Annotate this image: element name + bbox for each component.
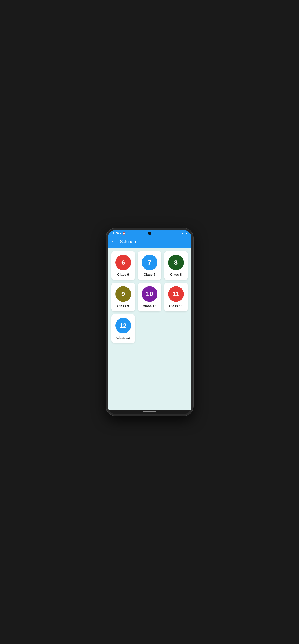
home-bar (143, 412, 156, 412)
class-card-class-11[interactable]: 11Class 11 (164, 283, 188, 312)
app-bar: ← Solution (108, 236, 192, 248)
home-indicator (108, 410, 192, 414)
class-circle-class-8: 8 (168, 255, 184, 270)
sim-icon: ▪ (120, 232, 121, 235)
status-right: ▼ ▲ (181, 232, 188, 235)
class-card-class-7[interactable]: 7Class 7 (138, 251, 162, 280)
class-grid: 6Class 67Class 78Class 89Class 910Class … (111, 251, 188, 343)
wifi-icon: ▼ (181, 232, 184, 235)
class-label-class-7: Class 7 (144, 272, 156, 276)
class-circle-class-9: 9 (116, 286, 131, 302)
class-card-class-8[interactable]: 8Class 8 (164, 251, 188, 280)
signal-icon: ▲ (185, 232, 188, 235)
status-time: 12:58 (111, 232, 119, 235)
class-circle-class-12: 12 (116, 318, 131, 334)
class-label-class-8: Class 8 (170, 272, 182, 276)
class-circle-class-11: 11 (168, 286, 184, 302)
class-card-class-12[interactable]: 12Class 12 (111, 314, 135, 343)
class-circle-class-6: 6 (116, 255, 131, 270)
class-circle-class-7: 7 (142, 255, 158, 270)
content-area: 6Class 67Class 78Class 89Class 910Class … (108, 248, 192, 410)
class-card-class-9[interactable]: 9Class 9 (111, 283, 135, 312)
class-circle-class-10: 10 (142, 286, 158, 302)
app-title: Solution (120, 239, 136, 244)
camera-notch (148, 232, 151, 235)
back-button[interactable]: ← (111, 238, 116, 244)
phone-frame: 12:58 ▪ ⏰ ▼ ▲ ← Solution 6Class 67Class … (106, 228, 193, 416)
class-card-class-10[interactable]: 10Class 10 (138, 283, 162, 312)
class-label-class-11: Class 11 (169, 304, 183, 308)
class-label-class-6: Class 6 (117, 272, 129, 276)
class-label-class-12: Class 12 (116, 336, 130, 340)
class-label-class-10: Class 10 (143, 304, 156, 308)
class-card-class-6[interactable]: 6Class 6 (111, 251, 135, 280)
class-label-class-9: Class 9 (117, 304, 129, 308)
status-left: 12:58 ▪ ⏰ (111, 232, 126, 235)
alarm-icon: ⏰ (122, 232, 126, 235)
status-bar: 12:58 ▪ ⏰ ▼ ▲ (108, 230, 192, 236)
